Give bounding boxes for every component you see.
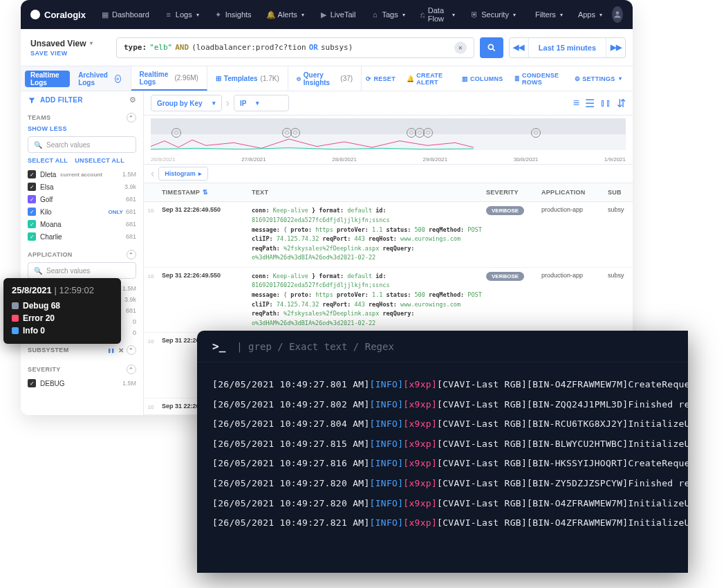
caret-down-icon: ▾ bbox=[90, 40, 93, 46]
caret-down-icon: ▾ bbox=[513, 12, 516, 18]
tab-query-insights[interactable]: ⌾Query Insights(37) bbox=[288, 66, 362, 91]
nav-alerts[interactable]: 🔔Alerts▾ bbox=[261, 10, 310, 19]
nav-security[interactable]: ⛨Security▾ bbox=[465, 10, 521, 19]
checkbox-icon[interactable]: ✓ bbox=[28, 220, 36, 228]
nav-livetail[interactable]: ▶LiveTail bbox=[314, 10, 362, 19]
group-by-dropdown[interactable]: Group by Key▾ bbox=[151, 95, 222, 111]
clear-query-button[interactable]: ✕ bbox=[454, 42, 467, 54]
ip-dropdown[interactable]: IP▾ bbox=[234, 95, 289, 111]
nav-apps[interactable]: Apps▾ bbox=[573, 10, 608, 19]
caret-down-icon: ▾ bbox=[619, 75, 622, 82]
terminal-line: [26/05/2021 10:49:27.816 AM][INFO][x9xp]… bbox=[212, 454, 673, 474]
save-view-link[interactable]: SAVE VIEW bbox=[30, 50, 111, 57]
collapse-icon[interactable]: ⌃ bbox=[127, 113, 136, 122]
team-item[interactable]: ✓ Dleta current account 1.5M bbox=[21, 168, 143, 181]
log-row[interactable]: 10 Sep 31 22:26:49.550 conn: Keep-alive … bbox=[144, 268, 633, 333]
collapse-icon[interactable]: ⌃ bbox=[127, 365, 136, 374]
tooltip-row: Error 20 bbox=[12, 312, 113, 324]
app-search-input[interactable]: 🔍Search values bbox=[28, 262, 136, 279]
create-alert-button[interactable]: 🔔CREATE ALERT bbox=[402, 72, 455, 86]
tooltip-row: Debug 68 bbox=[12, 300, 113, 312]
tab-templates[interactable]: ⊞Templates(1.7K) bbox=[207, 66, 288, 91]
view-title[interactable]: Unsaved View▾ bbox=[30, 39, 111, 48]
filters-sidebar: ADD FILTER ⚙ TEAMS⌃ SHOW LESS 🔍Search va… bbox=[21, 91, 144, 415]
view-expand-icon[interactable]: ⇵ bbox=[617, 97, 626, 110]
log-row[interactable]: 10 Sep 31 22:26:49.550 conn: Keep-alive … bbox=[144, 202, 633, 268]
view-list-icon[interactable]: ☰ bbox=[585, 97, 595, 110]
search-row: Unsaved View▾ SAVE VIEW type:"elb" AND (… bbox=[21, 29, 633, 66]
checkbox-icon[interactable]: ✓ bbox=[28, 379, 36, 387]
team-item[interactable]: ✓ Charlie 681 bbox=[21, 230, 143, 243]
nav-logs[interactable]: ≡Logs▾ bbox=[159, 10, 205, 19]
reset-icon: ⟳ bbox=[366, 75, 371, 82]
close-icon[interactable]: ✕ bbox=[118, 347, 124, 354]
collapse-icon[interactable]: ⌃ bbox=[127, 250, 136, 259]
condense-icon: ≣ bbox=[514, 75, 520, 82]
search-icon: 🔍 bbox=[34, 267, 42, 275]
nav-insights[interactable]: ✦Insights bbox=[209, 10, 257, 19]
brand[interactable]: Coralogix bbox=[30, 10, 86, 20]
terminal-line: [26/05/2021 10:49:27.820 AM][INFO][x9xp]… bbox=[212, 494, 673, 514]
tooltip-row: Info 0 bbox=[12, 324, 113, 337]
terminal-line: [26/05/2021 10:49:27.820 AM][INFO][x9xp]… bbox=[212, 474, 673, 494]
prompt-icon: >_ bbox=[212, 340, 225, 353]
play-icon: ▶ bbox=[319, 10, 328, 19]
team-item[interactable]: ✓ Elsa 3.9k bbox=[21, 181, 143, 193]
teams-search-input[interactable]: 🔍Search values bbox=[28, 136, 136, 153]
checkbox-icon[interactable]: ✓ bbox=[28, 183, 36, 191]
settings-icon[interactable]: ⚙ bbox=[129, 95, 136, 104]
query-input[interactable]: type:"elb" AND (loadbalancer:prod?c?tion… bbox=[116, 37, 474, 58]
caret-down-icon: ▾ bbox=[196, 12, 199, 18]
checkbox-icon[interactable]: ✓ bbox=[28, 232, 36, 241]
team-item[interactable]: ✓ Kilo ONLY681 bbox=[21, 205, 143, 218]
nav-dataflow[interactable]: ⎌Data Flow▾ bbox=[415, 6, 461, 23]
settings-button[interactable]: ⚙SETTINGS▾ bbox=[570, 75, 626, 82]
view-bars-icon[interactable]: ⫾⫾ bbox=[600, 97, 611, 110]
svg-point-1 bbox=[488, 44, 493, 49]
histogram-button[interactable]: Histogram▸ bbox=[158, 167, 208, 181]
time-next-button[interactable]: ▶▶ bbox=[606, 38, 625, 57]
checkbox-icon[interactable]: ✓ bbox=[28, 170, 36, 178]
checkbox-icon[interactable]: ✓ bbox=[28, 208, 36, 216]
chart-icon[interactable]: ⫾⫾ bbox=[108, 347, 115, 354]
unselect-all-link[interactable]: UNSELECT ALL bbox=[75, 157, 124, 164]
columns-button[interactable]: ▥COLUMNS bbox=[458, 75, 508, 82]
severity-item[interactable]: ✓ DEBUG 1.5M bbox=[21, 377, 143, 389]
svg-point-0 bbox=[616, 11, 620, 15]
timerange-picker[interactable]: ◀◀ Last 15 minutes ▶▶ bbox=[509, 37, 626, 58]
collapse-icon[interactable]: ⌃ bbox=[127, 345, 136, 355]
subsystem-header: SUBSYSTEM bbox=[28, 347, 69, 353]
select-all-link[interactable]: SELECT ALL bbox=[28, 157, 68, 164]
view-lines-icon[interactable]: ≡ bbox=[573, 97, 579, 110]
sparkle-icon: ✦ bbox=[214, 10, 223, 19]
tab-archived-logs[interactable]: Archived Logs⟐ bbox=[73, 71, 126, 87]
checkbox-icon[interactable]: ✓ bbox=[28, 195, 36, 203]
nav-dashboard[interactable]: ▦Dashboard bbox=[95, 10, 155, 19]
svg-line-2 bbox=[493, 48, 495, 50]
team-item[interactable]: ✓ Moana 681 bbox=[21, 218, 143, 230]
terminal-hint[interactable]: | grep / Exact text / Regex bbox=[236, 341, 394, 352]
caret-down-icon: ▾ bbox=[301, 12, 304, 18]
add-filter-button[interactable]: ADD FILTER bbox=[40, 96, 83, 104]
histogram-chart[interactable]: ⬡ ⬡ ⬡ ⬡ ⬡ ⬡ ⬡ 26/8/202127/8/202128/8/202… bbox=[144, 116, 633, 164]
search-button[interactable] bbox=[480, 37, 503, 58]
team-item[interactable]: ✓ Golf 681 bbox=[21, 193, 143, 205]
terminal-line: [26/05/2021 10:49:27.804 AM][INFO][x9xp]… bbox=[212, 414, 673, 434]
search-icon bbox=[487, 43, 496, 53]
tab-realtime-logs[interactable]: Realtime Logs bbox=[25, 71, 70, 87]
badge-icon: ⟐ bbox=[115, 75, 121, 83]
time-prev-button[interactable]: ◀◀ bbox=[510, 38, 529, 57]
user-avatar[interactable] bbox=[612, 6, 623, 23]
show-less-link[interactable]: SHOW LESS bbox=[21, 125, 143, 136]
sort-icon[interactable]: ⇅ bbox=[203, 189, 208, 196]
tab-realtime-count[interactable]: Realtime Logs(2.96M) bbox=[131, 66, 207, 91]
terminal-output[interactable]: [26/05/2021 10:49:27.801 AM][INFO][x9xp]… bbox=[197, 362, 688, 546]
color-swatch-icon bbox=[12, 315, 19, 322]
condense-button[interactable]: ≣CONDENSE ROWS bbox=[510, 72, 568, 86]
prev-button[interactable]: ‹ bbox=[151, 167, 154, 180]
table-header: TIMESTAMP⇅ TEXT SEVERITY APPLICATION SUB bbox=[144, 183, 633, 202]
nav-filters[interactable]: Filters▾ bbox=[530, 10, 568, 19]
reset-button[interactable]: ⟳RESET bbox=[362, 75, 400, 82]
template-icon: ⊞ bbox=[216, 75, 221, 82]
nav-tags[interactable]: ⌂Tags▾ bbox=[365, 10, 410, 19]
